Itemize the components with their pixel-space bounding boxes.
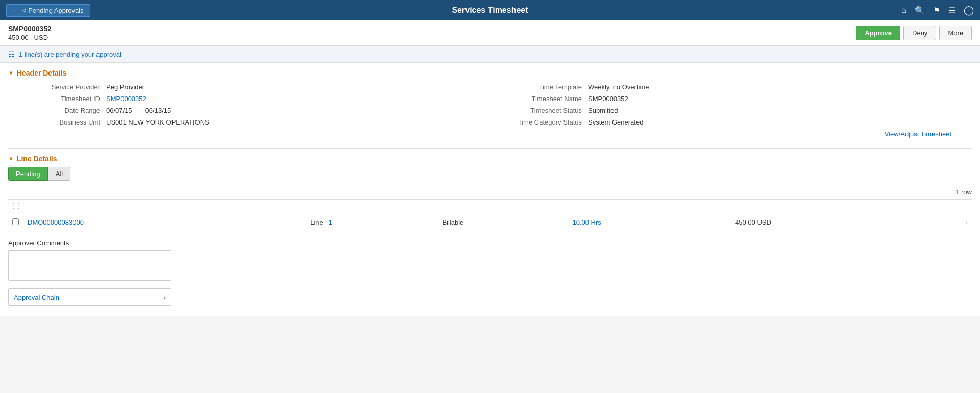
approval-chain-chevron-icon: › — [163, 293, 166, 301]
business-unit-value: US001 NEW YORK OPERATIONS — [106, 118, 209, 126]
flag-icon[interactable]: ⚑ — [933, 6, 940, 15]
time-template-row: Time Template Weekly, no Overtime — [500, 83, 962, 91]
select-all-header — [8, 200, 23, 214]
col-amount — [731, 200, 926, 214]
pending-notice-text: 1 line(s) are pending your approval — [19, 51, 121, 58]
page-title: Services Timesheet — [452, 6, 528, 15]
business-unit-row: Business Unit US001 NEW YORK OPERATIONS — [18, 118, 480, 126]
menu-icon[interactable]: ☰ — [948, 6, 955, 15]
more-button[interactable]: More — [939, 26, 972, 40]
amount-value: 450.00 — [8, 34, 29, 41]
header-icons: ⌂ 🔍 ⚑ ☰ ◯ — [901, 5, 974, 16]
timesheet-name-value: SMP0000352 — [588, 95, 628, 103]
tab-pending[interactable]: Pending — [8, 167, 48, 181]
user-icon[interactable]: ◯ — [964, 5, 974, 16]
select-all-checkbox[interactable] — [13, 203, 19, 209]
table-row: DMO00000083000 Line 1 Billable 10.00 Hrs… — [8, 214, 972, 231]
row-count-bar: 1 row — [8, 185, 972, 200]
main-content: ▼ Header Details Service Provider Peg Pr… — [0, 63, 980, 316]
view-adjust-link[interactable]: View/Adjust Timesheet — [885, 130, 951, 138]
service-provider-row: Service Provider Peg Provider — [18, 83, 480, 91]
row-type-cell: Billable — [438, 214, 568, 231]
action-buttons: Approve Deny More — [856, 26, 972, 40]
home-icon[interactable]: ⌂ — [901, 6, 906, 15]
pending-notice: ☷ 1 line(s) are pending your approval — [0, 46, 980, 63]
col-id — [23, 200, 306, 214]
col-hours — [568, 200, 731, 214]
approval-chain-row[interactable]: Approval Chain › — [8, 288, 172, 306]
sub-header: SMP0000352 450.00 USD Approve Deny More — [0, 20, 980, 46]
time-category-row: Time Category Status System Generated — [500, 118, 962, 126]
amount-display: 450.00 USD — [8, 34, 52, 41]
detail-right-col: Time Template Weekly, no Overtime Timesh… — [490, 83, 972, 142]
line-label: Line — [310, 218, 323, 226]
row-id-cell[interactable]: DMO00000083000 — [23, 214, 306, 231]
search-icon[interactable]: 🔍 — [915, 6, 925, 15]
top-header: ← < Pending Approvals Services Timesheet… — [0, 0, 980, 20]
back-arrow-icon: ← — [13, 7, 19, 14]
line-num[interactable]: 1 — [329, 218, 332, 226]
col-line — [306, 200, 438, 214]
approve-button[interactable]: Approve — [856, 26, 900, 40]
time-category-value: System Generated — [588, 118, 643, 126]
detail-left-col: Service Provider Peg Provider Timesheet … — [8, 83, 490, 142]
line-collapse-icon: ▼ — [8, 156, 14, 162]
row-chevron-cell[interactable]: › — [926, 214, 972, 231]
line-details-label: Line Details — [17, 155, 57, 163]
row-line-cell: Line 1 — [306, 214, 438, 231]
service-provider-label: Service Provider — [18, 83, 100, 91]
row-amount-cell: 450.00 USD — [731, 214, 926, 231]
timesheet-status-value: Submitted — [588, 107, 618, 114]
row-checkbox[interactable] — [12, 218, 19, 225]
col-type — [438, 200, 568, 214]
timesheet-status-label: Timesheet Status — [500, 107, 582, 114]
service-provider-value: Peg Provider — [106, 83, 144, 91]
header-details-grid: Service Provider Peg Provider Timesheet … — [8, 81, 972, 148]
business-unit-label: Business Unit — [18, 118, 100, 126]
date-range-label: Date Range — [18, 107, 100, 114]
header-details-toggle[interactable]: ▼ Header Details — [8, 63, 972, 81]
col-chevron — [926, 200, 972, 214]
approval-chain-label: Approval Chain — [14, 293, 59, 301]
timesheet-name-row: Timesheet Name SMP0000352 — [500, 95, 962, 103]
time-category-label: Time Category Status — [500, 118, 582, 126]
approver-comments-label: Approver Comments — [8, 239, 972, 247]
approver-comments-input[interactable] — [8, 250, 172, 281]
date-range-sep: - — [134, 107, 143, 114]
record-id: SMP0000352 — [8, 24, 52, 33]
row-count: 1 row — [955, 188, 972, 196]
row-checkbox-cell — [8, 214, 23, 231]
notice-icon: ☷ — [8, 50, 15, 58]
timesheet-name-label: Timesheet Name — [500, 95, 582, 103]
header-details-label: Header Details — [17, 69, 66, 77]
collapse-icon: ▼ — [8, 70, 14, 76]
back-button[interactable]: ← < Pending Approvals — [6, 4, 90, 17]
approver-comments-section: Approver Comments — [8, 239, 972, 282]
time-template-label: Time Template — [500, 83, 582, 91]
timesheet-id-value[interactable]: SMP0000352 — [106, 95, 146, 103]
row-hours-cell: 10.00 Hrs — [568, 214, 731, 231]
view-link-row: View/Adjust Timesheet — [500, 130, 962, 138]
line-details-toggle[interactable]: ▼ Line Details — [8, 148, 972, 167]
record-info: SMP0000352 450.00 USD — [8, 24, 52, 41]
tabs-row: Pending All — [8, 167, 972, 181]
timesheet-status-row: Timesheet Status Submitted — [500, 107, 962, 114]
back-label: < Pending Approvals — [22, 7, 84, 14]
currency: USD — [34, 34, 48, 41]
deny-button[interactable]: Deny — [903, 26, 936, 40]
date-range-display: 06/07/15 - 06/13/15 — [106, 107, 171, 114]
date-range-end[interactable]: 06/13/15 — [145, 107, 172, 114]
timesheet-id-label: Timesheet ID — [18, 95, 100, 103]
timesheet-id-row: Timesheet ID SMP0000352 — [18, 95, 480, 103]
date-range-start[interactable]: 06/07/15 — [106, 107, 132, 114]
line-table: DMO00000083000 Line 1 Billable 10.00 Hrs… — [8, 200, 972, 231]
date-range-row: Date Range 06/07/15 - 06/13/15 — [18, 107, 480, 114]
time-template-value: Weekly, no Overtime — [588, 83, 649, 91]
tab-all[interactable]: All — [48, 167, 70, 181]
